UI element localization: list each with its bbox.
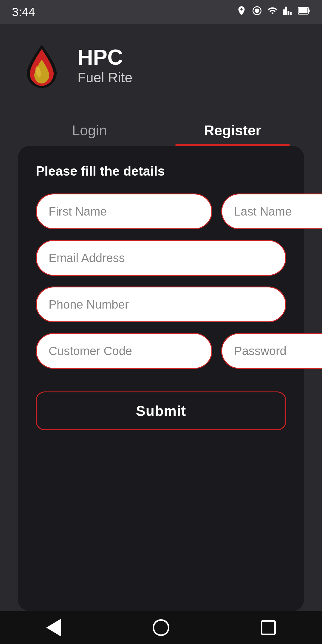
back-button[interactable] [42,616,66,640]
logo [18,42,66,89]
phone-input[interactable] [36,287,286,322]
recent-square-icon [261,620,276,635]
header: HPC Fuel Rite [18,42,304,89]
brand-text: HPC Fuel Rite [78,46,132,85]
nav-bar [0,611,322,644]
location-icon [236,5,247,19]
brand-name: HPC [78,46,132,69]
tabs: Login Register [18,113,304,146]
submit-button[interactable]: Submit [36,391,286,430]
email-row [36,240,286,276]
form-card: Please fill the details Submit [18,146,304,611]
svg-rect-4 [308,9,309,12]
home-circle-icon [153,619,169,636]
svg-rect-3 [299,8,308,13]
tab-register[interactable]: Register [161,113,304,146]
code-password-row [36,333,286,369]
status-bar: 3:44 [0,0,322,24]
customer-code-input[interactable] [36,333,212,369]
first-name-input[interactable] [36,193,212,229]
form-title: Please fill the details [36,164,286,179]
circle-icon [252,5,262,19]
name-row [36,193,286,229]
svg-point-1 [255,9,259,13]
status-time: 3:44 [12,5,35,19]
status-icons [236,5,310,19]
password-input[interactable] [221,333,322,369]
battery-icon [298,5,310,19]
recent-button[interactable] [256,616,280,640]
brand-subtitle: Fuel Rite [78,69,132,86]
tab-login[interactable]: Login [18,113,161,146]
signal-icon [283,5,293,19]
last-name-input[interactable] [221,193,322,229]
phone-row [36,287,286,322]
email-input[interactable] [36,240,286,276]
wifi-icon [267,5,278,19]
back-triangle-icon [46,619,61,637]
home-button[interactable] [149,616,173,640]
app-content: HPC Fuel Rite Login Register Please fill… [0,24,322,611]
